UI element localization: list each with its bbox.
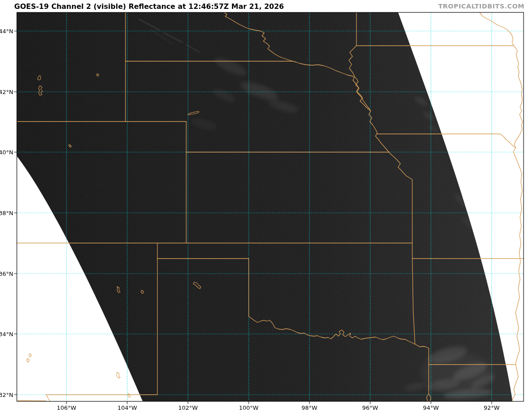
lon-label: 96°W xyxy=(362,404,378,411)
lon-label: 100°W xyxy=(239,404,258,411)
lon-label: 104°W xyxy=(117,404,137,411)
lon-label: 102°W xyxy=(178,404,198,411)
lon-label: 94°W xyxy=(423,404,439,411)
lon-label: 106°W xyxy=(57,404,76,411)
site-watermark: TROPICALTIDBITS.COM xyxy=(438,3,524,10)
lat-label: 36°N xyxy=(0,271,13,277)
lat-label: 44°N xyxy=(0,28,13,35)
map-title: GOES-19 Channel 2 (visible) Reflectance … xyxy=(14,2,284,11)
lat-label: 34°N xyxy=(0,331,13,337)
lat-label: 42°N xyxy=(0,89,13,95)
lat-label: 32°N xyxy=(0,392,13,398)
lon-label: 92°W xyxy=(484,404,500,411)
lat-label: 38°N xyxy=(0,210,13,216)
goes-satellite-map: 44°N 42°N 40°N 38°N 36°N 34°N 32°N 106°W… xyxy=(0,0,532,412)
lat-label: 40°N xyxy=(0,149,13,156)
cloud-haze xyxy=(421,353,492,392)
lon-label: 98°W xyxy=(301,404,317,411)
